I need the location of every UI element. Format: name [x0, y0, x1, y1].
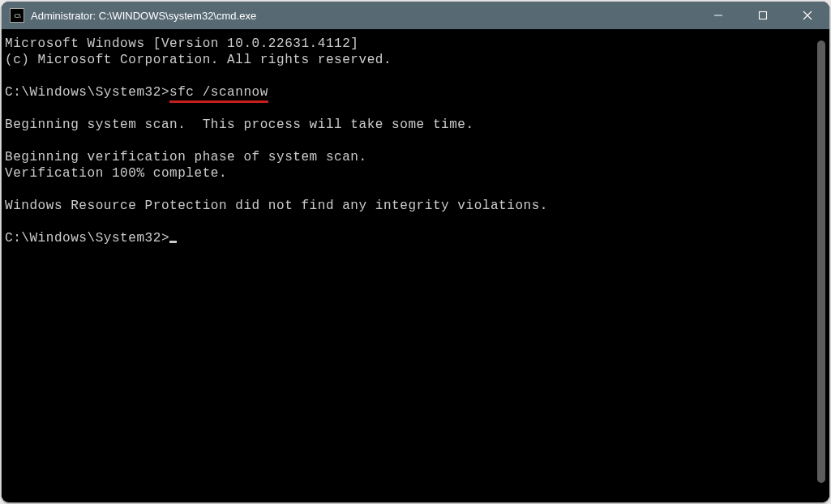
typed-command: sfc /scannow	[169, 85, 268, 103]
prompt-path: C:\Windows\System32>	[5, 85, 169, 100]
scrollbar-track	[816, 41, 827, 483]
output-line: Windows Resource Protection did not find…	[5, 199, 548, 213]
window-footer	[2, 493, 829, 502]
output-line: Beginning verification phase of system s…	[5, 150, 367, 164]
window-title: Administrator: C:\WINDOWS\system32\cmd.e…	[31, 10, 696, 22]
cmd-window: C:\ Administrator: C:\WINDOWS\system32\c…	[2, 2, 829, 502]
maximize-button[interactable]	[740, 2, 785, 29]
close-button[interactable]	[785, 2, 829, 29]
scrollbar-thumb[interactable]	[817, 41, 825, 483]
terminal-output: Microsoft Windows [Version 10.0.22631.41…	[5, 36, 826, 246]
cmd-icon: C:\	[10, 8, 24, 23]
cursor-icon	[169, 241, 177, 243]
banner-copyright: (c) Microsoft Corporation. All rights re…	[5, 53, 392, 67]
svg-rect-1	[759, 12, 766, 19]
banner-version: Microsoft Windows [Version 10.0.22631.41…	[5, 36, 359, 51]
prompt-path: C:\Windows\System32>	[5, 231, 169, 246]
output-line: Verification 100% complete.	[5, 166, 227, 181]
maximize-icon	[758, 11, 768, 20]
minimize-button[interactable]	[696, 2, 740, 29]
vertical-scrollbar[interactable]	[816, 29, 827, 494]
titlebar[interactable]: C:\ Administrator: C:\WINDOWS\system32\c…	[2, 2, 829, 29]
output-line: Beginning system scan. This process will…	[5, 117, 474, 132]
minimize-icon	[713, 11, 723, 20]
terminal[interactable]: Microsoft Windows [Version 10.0.22631.41…	[2, 29, 829, 498]
close-icon	[803, 11, 812, 20]
window-controls	[696, 2, 829, 29]
